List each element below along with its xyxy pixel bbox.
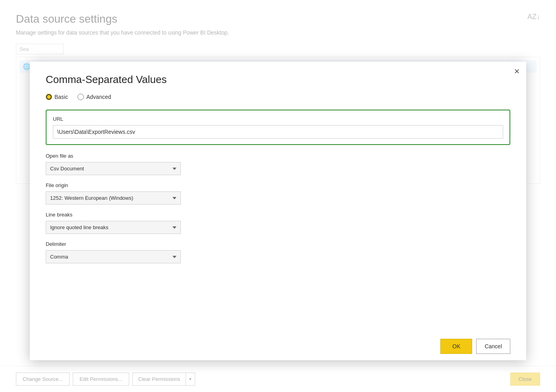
radio-group: Basic Advanced (46, 94, 510, 100)
radio-advanced-input[interactable] (77, 94, 84, 100)
inner-dialog: ✕ Comma-Separated Values Basic Advanced … (30, 62, 526, 360)
open-file-as-field: Open file as Csv Document Text Document (46, 153, 510, 175)
radio-advanced-option[interactable]: Advanced (77, 94, 111, 100)
inner-dialog-footer: OK Cancel (30, 332, 526, 360)
cancel-button[interactable]: Cancel (476, 339, 510, 354)
radio-advanced-label: Advanced (86, 94, 111, 100)
radio-basic-label: Basic (54, 94, 68, 100)
radio-basic-option[interactable]: Basic (46, 94, 68, 100)
open-file-as-select[interactable]: Csv Document Text Document (46, 162, 181, 175)
inner-dialog-close-button[interactable]: ✕ (514, 67, 520, 76)
inner-dialog-body: Comma-Separated Values Basic Advanced UR… (30, 62, 526, 332)
open-file-as-label: Open file as (46, 153, 510, 159)
file-origin-field: File origin 1252: Western European (Wind… (46, 182, 510, 205)
line-breaks-label: Line breaks (46, 212, 510, 218)
ok-button[interactable]: OK (440, 339, 472, 354)
delimiter-select[interactable]: Comma Tab Semicolon Space (46, 250, 181, 263)
line-breaks-select[interactable]: Ignore quoted line breaks Apply all line… (46, 221, 181, 234)
file-origin-label: File origin (46, 182, 510, 188)
url-input[interactable] (53, 125, 503, 139)
delimiter-label: Delimiter (46, 241, 510, 247)
url-section: URL (46, 110, 510, 145)
radio-basic-input[interactable] (46, 94, 52, 100)
line-breaks-field: Line breaks Ignore quoted line breaks Ap… (46, 212, 510, 234)
file-origin-select[interactable]: 1252: Western European (Windows) 65001: … (46, 191, 181, 205)
delimiter-field: Delimiter Comma Tab Semicolon Space (46, 241, 510, 263)
url-label: URL (53, 116, 503, 122)
inner-dialog-title: Comma-Separated Values (46, 73, 510, 86)
